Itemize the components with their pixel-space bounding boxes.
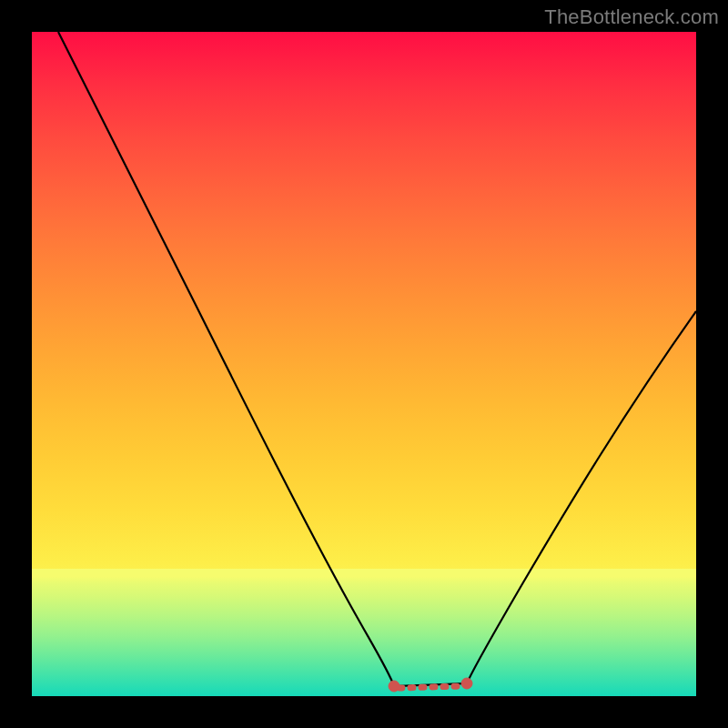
curve-svg <box>32 32 696 696</box>
bottleneck-curve <box>58 32 696 686</box>
floor-marker <box>389 678 472 692</box>
svg-line-2 <box>399 686 461 688</box>
plot-area <box>32 32 696 696</box>
chart-frame: TheBottleneck.com <box>0 0 728 728</box>
watermark-text: TheBottleneck.com <box>544 5 719 29</box>
svg-point-1 <box>461 678 472 689</box>
